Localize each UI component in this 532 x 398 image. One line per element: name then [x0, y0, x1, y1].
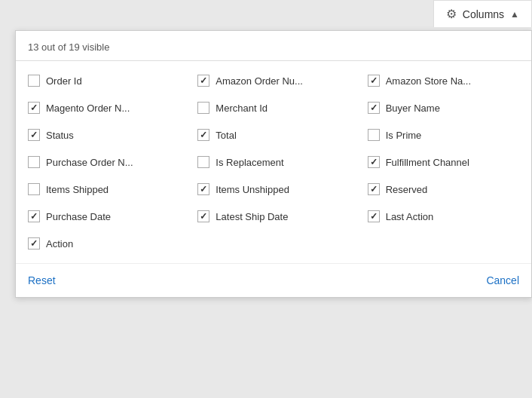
- checkbox-amazon_order_nu[interactable]: [197, 75, 209, 87]
- column-item-items_shipped[interactable]: Items Shipped: [19, 176, 188, 203]
- arrow-up-icon: ▲: [510, 9, 519, 20]
- column-item-purchase_order_n[interactable]: Purchase Order N...: [19, 148, 188, 176]
- visibility-summary: 13 out of 19 visible: [16, 31, 531, 61]
- column-label-last_action: Last Action: [386, 211, 434, 222]
- column-label-magento_order_n: Magento Order N...: [46, 103, 130, 114]
- columns-button[interactable]: ⚙ Columns ▲: [433, 0, 532, 27]
- column-label-buyer_name: Buyer Name: [386, 103, 440, 114]
- checkbox-is_replacement[interactable]: [197, 156, 209, 168]
- column-item-latest_ship_date[interactable]: Latest Ship Date: [188, 203, 358, 230]
- column-item-purchase_date[interactable]: Purchase Date: [19, 203, 188, 230]
- column-item-reserved[interactable]: Reserved: [359, 176, 528, 203]
- column-item-last_action[interactable]: Last Action: [359, 203, 528, 230]
- checkbox-last_action[interactable]: [368, 210, 380, 222]
- column-item-amazon_store_na[interactable]: Amazon Store Na...: [359, 67, 528, 94]
- columns-button-label: Columns: [463, 8, 504, 20]
- column-item-amazon_order_nu[interactable]: Amazon Order Nu...: [188, 67, 358, 94]
- column-label-items_unshipped: Items Unshipped: [216, 184, 289, 195]
- checkbox-latest_ship_date[interactable]: [197, 210, 209, 222]
- column-item-is_prime[interactable]: Is Prime: [359, 121, 528, 148]
- gear-icon: ⚙: [446, 7, 457, 21]
- column-item-items_unshipped[interactable]: Items Unshipped: [188, 176, 358, 203]
- checkbox-purchase_order_n[interactable]: [28, 156, 40, 168]
- column-label-status: Status: [46, 130, 74, 141]
- page-wrapper: ⚙ Columns ▲ 13 out of 19 visible Order I…: [0, 0, 532, 398]
- columns-grid: Order IdAmazon Order Nu...Amazon Store N…: [16, 61, 531, 263]
- checkbox-is_prime[interactable]: [368, 129, 380, 141]
- column-label-is_replacement: Is Replacement: [216, 157, 283, 168]
- checkbox-amazon_store_na[interactable]: [368, 75, 380, 87]
- column-label-fulfillment_channel: Fulfillment Channel: [386, 157, 469, 168]
- checkbox-magento_order_n[interactable]: [28, 102, 40, 114]
- column-item-fulfillment_channel[interactable]: Fulfillment Channel: [359, 148, 528, 176]
- column-label-order_id: Order Id: [46, 75, 82, 87]
- checkbox-order_id[interactable]: [28, 75, 40, 87]
- checkbox-purchase_date[interactable]: [28, 210, 40, 222]
- checkbox-total[interactable]: [197, 129, 209, 141]
- column-item-order_id[interactable]: Order Id: [19, 67, 188, 94]
- checkbox-fulfillment_channel[interactable]: [368, 156, 380, 168]
- checkbox-items_unshipped[interactable]: [197, 183, 209, 195]
- columns-dropdown-panel: 13 out of 19 visible Order IdAmazon Orde…: [15, 30, 532, 298]
- column-label-is_prime: Is Prime: [386, 130, 422, 141]
- checkbox-items_shipped[interactable]: [28, 183, 40, 195]
- checkbox-reserved[interactable]: [368, 183, 380, 195]
- column-item-magento_order_n[interactable]: Magento Order N...: [19, 94, 188, 121]
- column-label-action: Action: [46, 238, 73, 250]
- checkbox-buyer_name[interactable]: [368, 102, 380, 114]
- checkbox-action[interactable]: [28, 237, 40, 250]
- column-item-is_replacement[interactable]: Is Replacement: [188, 148, 358, 176]
- column-label-purchase_order_n: Purchase Order N...: [46, 157, 133, 168]
- column-item-buyer_name[interactable]: Buyer Name: [359, 94, 528, 121]
- column-label-purchase_date: Purchase Date: [46, 211, 111, 222]
- column-label-total: Total: [216, 130, 236, 141]
- checkbox-merchant_id[interactable]: [197, 102, 209, 114]
- column-item-total[interactable]: Total: [188, 121, 358, 148]
- checkbox-status[interactable]: [28, 129, 40, 141]
- column-item-merchant_id[interactable]: Merchant Id: [188, 94, 358, 121]
- cancel-button[interactable]: Cancel: [486, 274, 519, 286]
- column-label-merchant_id: Merchant Id: [216, 103, 268, 114]
- column-label-amazon_order_nu: Amazon Order Nu...: [216, 75, 303, 87]
- column-item-action[interactable]: Action: [19, 230, 188, 257]
- column-label-latest_ship_date: Latest Ship Date: [216, 211, 288, 222]
- column-item-status[interactable]: Status: [19, 121, 188, 148]
- column-label-items_shipped: Items Shipped: [46, 184, 109, 195]
- panel-footer: Reset Cancel: [16, 263, 531, 297]
- reset-button[interactable]: Reset: [28, 274, 56, 286]
- column-label-amazon_store_na: Amazon Store Na...: [386, 75, 471, 87]
- column-label-reserved: Reserved: [386, 184, 428, 195]
